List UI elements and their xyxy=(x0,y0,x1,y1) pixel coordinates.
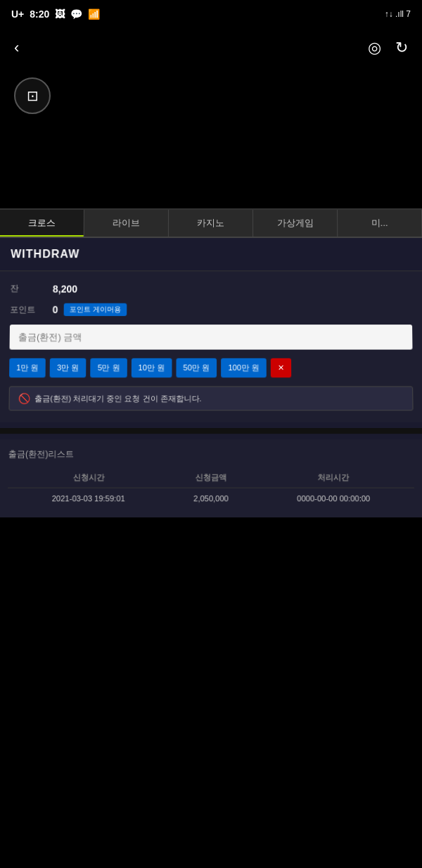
amount-input[interactable] xyxy=(10,325,413,350)
web-content: 크로스 라이브 카지노 가상게임 미... WITHDRAW 잔 8,200 xyxy=(0,208,422,517)
media-icon: 🖼 xyxy=(55,8,65,20)
carrier-label: U+ xyxy=(11,8,24,20)
lte-signal: ↑↓ .ıll 7 xyxy=(385,9,411,19)
amount-btn-100man[interactable]: 100만 원 xyxy=(221,358,266,378)
time-label: 8:20 xyxy=(30,8,49,20)
eye-icon[interactable]: ◎ xyxy=(368,39,381,57)
page-content: WITHDRAW 잔 8,200 포인트 0 포인트 게이머용 1만 원 3만 … xyxy=(0,238,422,517)
history-title: 출금(환전)리스트 xyxy=(8,448,414,461)
col-request-time: 신청시간 xyxy=(8,468,170,488)
status-left: U+ 8:20 🖼 💬 📶 xyxy=(11,8,100,20)
messenger-icon: 💬 xyxy=(70,8,82,20)
cell-amount: 2,050,000 xyxy=(170,488,253,509)
point-badge: 포인트 게이머용 xyxy=(63,303,126,316)
history-table: 신청시간 신청금액 처리시간 2021-03-03 19:59:01 2,050… xyxy=(8,468,415,509)
bottom-area xyxy=(0,512,422,681)
amount-btn-5man[interactable]: 5만 원 xyxy=(91,358,127,378)
point-row: 포인트 0 포인트 게이머용 xyxy=(10,303,412,316)
refresh-icon[interactable]: ↻ xyxy=(395,39,408,57)
cell-request-time: 2021-03-03 19:59:01 xyxy=(8,488,170,509)
status-right: ↑↓ .ıll 7 xyxy=(385,9,411,19)
tab-live[interactable]: 라이브 xyxy=(84,210,169,237)
status-bar: U+ 8:20 🖼 💬 📶 ↑↓ .ıll 7 xyxy=(0,0,422,28)
back-button[interactable]: ‹ xyxy=(14,39,19,57)
amount-btn-3man[interactable]: 3만 원 xyxy=(50,358,87,378)
amount-btn-50man[interactable]: 50만 원 xyxy=(176,358,217,378)
history-section: 출금(환전)리스트 신청시간 신청금액 처리시간 2021-03-03 19:5… xyxy=(0,439,422,517)
cell-process-time: 0000-00-00 00:00:00 xyxy=(252,488,414,509)
amount-btn-1man[interactable]: 1만 원 xyxy=(9,358,46,378)
warning-icon: 🚫 xyxy=(18,393,30,404)
section-divider xyxy=(0,428,422,434)
tab-casino[interactable]: 카지노 xyxy=(169,210,253,237)
top-nav: ‹ ◎ ↻ xyxy=(0,28,422,68)
tab-virtual-game[interactable]: 가상게임 xyxy=(253,210,338,237)
tab-cross[interactable]: 크로스 xyxy=(0,210,84,237)
amount-btn-10man[interactable]: 10만 원 xyxy=(131,358,172,378)
point-label: 포인트 xyxy=(10,303,53,315)
wifi-icon: 📶 xyxy=(88,8,100,20)
tab-bar: 크로스 라이브 카지노 가상게임 미... xyxy=(0,210,422,238)
balance-label: 잔 xyxy=(10,282,52,294)
tab-more[interactable]: 미... xyxy=(338,210,422,237)
col-process-time: 처리시간 xyxy=(252,468,414,488)
warning-text: 출금(환전) 처리대기 중인 요청 건이 존재합니다. xyxy=(34,393,202,403)
withdraw-title: WITHDRAW xyxy=(11,248,79,260)
quick-amounts: 1만 원 3만 원 5만 원 10만 원 50만 원 100만 원 ✕ xyxy=(9,358,413,378)
nav-right-icons: ◎ ↻ xyxy=(368,39,408,57)
amount-btn-clear[interactable]: ✕ xyxy=(270,358,290,378)
form-area: 잔 8,200 포인트 0 포인트 게이머용 1만 원 3만 원 5만 원 10… xyxy=(0,271,422,422)
balance-row: 잔 8,200 xyxy=(10,282,411,294)
warning-message: 🚫 출금(환전) 처리대기 중인 요청 건이 존재합니다. xyxy=(8,386,413,411)
balance-value: 8,200 xyxy=(53,283,77,294)
col-amount: 신청금액 xyxy=(170,468,253,488)
black-spacer xyxy=(0,124,422,208)
camera-button[interactable]: ⊡ xyxy=(14,77,51,114)
withdraw-header: WITHDRAW xyxy=(0,238,422,271)
point-value: 0 xyxy=(53,304,58,315)
table-row: 2021-03-03 19:59:01 2,050,000 0000-00-00… xyxy=(8,488,415,509)
camera-area: ⊡ xyxy=(0,68,422,124)
camera-icon: ⊡ xyxy=(27,87,39,104)
